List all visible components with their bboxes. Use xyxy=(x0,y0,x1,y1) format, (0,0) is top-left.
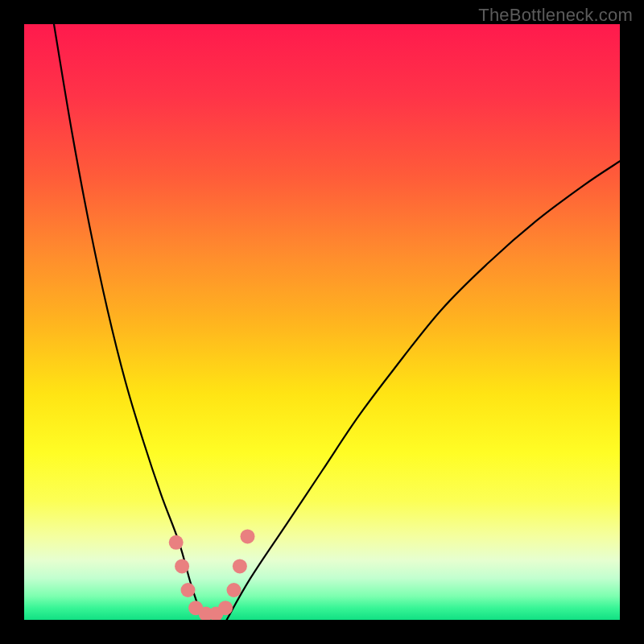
highlight-dot xyxy=(218,601,233,615)
highlight-dot xyxy=(175,559,189,573)
plot-area xyxy=(24,24,620,620)
highlight-dot xyxy=(169,535,184,550)
chart-frame: TheBottleneck.com xyxy=(0,0,644,644)
watermark-text: TheBottleneck.com xyxy=(478,5,633,26)
highlight-dot xyxy=(226,583,241,597)
highlight-dot xyxy=(233,559,247,573)
highlight-dot xyxy=(241,529,255,543)
curve-left-branch xyxy=(54,24,203,620)
curve-right-branch xyxy=(227,161,620,620)
curve-layer xyxy=(24,24,620,620)
highlight-dot xyxy=(181,583,196,597)
